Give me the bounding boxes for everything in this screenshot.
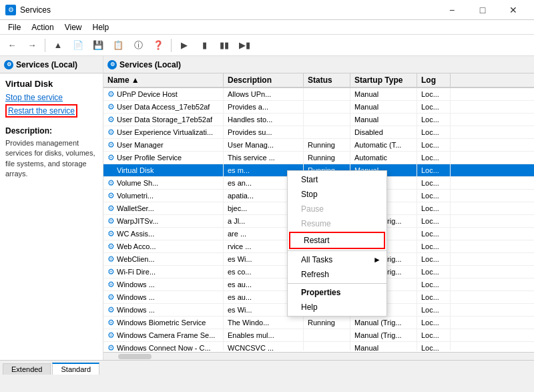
cell-name: ⚙ Web Acco... [103, 240, 224, 252]
cell-name: ⚙ Windows Biometric Service [103, 317, 224, 329]
cell-log: Loc... [417, 240, 451, 252]
ctx-item-properties[interactable]: Properties [288, 285, 386, 300]
horizontal-scrollbar[interactable] [103, 352, 534, 360]
service-icon: ⚙ [107, 166, 115, 175]
service-icon: ⚙ [107, 178, 115, 188]
sidebar-desc-text: Provides management services for disks, … [5, 138, 97, 180]
toolbar-import[interactable]: 📋 [109, 37, 127, 54]
cell-startup: Manual (Trig... [350, 329, 417, 341]
col-description[interactable]: Description [224, 73, 304, 87]
ctx-item-restart[interactable]: Restart [289, 232, 385, 249]
toolbar-back[interactable]: ← [3, 37, 21, 54]
cell-log: Loc... [417, 329, 451, 341]
col-startup[interactable]: Startup Type [350, 73, 417, 87]
cell-name: ⚙ Wi-Fi Dire... [103, 266, 224, 278]
toolbar-up[interactable]: ▲ [49, 37, 67, 54]
menu-file[interactable]: File [3, 20, 26, 35]
cell-desc: This service ... [224, 152, 304, 164]
table-row[interactable]: ⚙ User Data Access_17eb52af Provides a..… [103, 101, 534, 114]
table-row[interactable]: ⚙ Windows Biometric Service The Windo...… [103, 317, 534, 329]
cell-startup: Automatic [350, 152, 417, 164]
cell-status [304, 101, 350, 113]
toolbar-pause[interactable]: ▮▮ [215, 37, 234, 54]
ctx-item-help[interactable]: Help [288, 300, 386, 315]
close-button[interactable]: ✕ [498, 0, 529, 20]
cell-name: ⚙ UPnP Device Host [103, 88, 224, 100]
cell-log: Loc... [417, 266, 451, 278]
table-row[interactable]: ⚙ User Profile Service This service ... … [103, 152, 534, 164]
toolbar-props[interactable]: ⓘ [129, 37, 148, 54]
toolbar-start[interactable]: ▶ [175, 37, 194, 54]
ctx-item-refresh[interactable]: Refresh [288, 267, 386, 282]
toolbar-restart[interactable]: ▶▮ [235, 37, 254, 54]
cell-status [304, 126, 350, 138]
table-row[interactable]: ⚙ User Experience Virtualizati... Provid… [103, 126, 534, 139]
cell-status [304, 114, 350, 126]
table-row[interactable]: ⚙ UPnP Device Host Allows UPn... Manual … [103, 88, 534, 101]
cell-log: Loc... [417, 139, 451, 151]
cell-log: Loc... [417, 202, 451, 214]
service-icon: ⚙ [107, 318, 115, 327]
ctx-item-stop[interactable]: Stop [288, 187, 386, 202]
service-icon: ⚙ [107, 242, 115, 251]
stop-service-link[interactable]: Stop the service [5, 93, 97, 102]
menu-bar: File Action View Help [0, 20, 534, 35]
cell-desc: The Windo... [224, 317, 304, 329]
service-icon: ⚙ [107, 89, 115, 99]
menu-view[interactable]: View [59, 20, 87, 35]
col-log[interactable]: Log [417, 73, 451, 87]
cell-name: ⚙ User Manager [103, 139, 224, 151]
cell-log: Loc... [417, 304, 451, 316]
restart-service-link[interactable]: Restart the service [5, 104, 77, 118]
service-icon: ⚙ [107, 140, 115, 150]
cell-startup: Manual [350, 101, 417, 113]
cell-status [304, 88, 350, 100]
services-header-text: Services (Local) [119, 60, 181, 69]
table-row[interactable]: ⚙ Windows Connect Now - C... WCNCSVC ...… [103, 342, 534, 351]
sidebar-desc-label: Description: [5, 126, 97, 136]
toolbar-forward[interactable]: → [23, 37, 41, 54]
cell-log: Loc... [417, 152, 451, 164]
service-icon: ⚙ [107, 267, 115, 276]
cell-desc: Provides a... [224, 101, 304, 113]
cell-name: ⚙ WarpJITSv... [103, 215, 224, 227]
h-scroll-thumb[interactable] [118, 354, 152, 359]
cell-log: Loc... [417, 317, 451, 329]
toolbar-help[interactable]: ❓ [149, 37, 168, 54]
ctx-item-pause: Pause [288, 202, 386, 216]
main-layout: ⚙ Services (Local) Virtual Disk Stop the… [0, 56, 534, 360]
minimize-button[interactable]: − [437, 0, 467, 20]
col-name[interactable]: Name ▲ [103, 73, 224, 87]
table-row[interactable]: ⚙ User Manager User Manag... Running Aut… [103, 139, 534, 152]
cell-log: Loc... [417, 291, 451, 303]
sidebar-header-text: Services (Local) [16, 60, 77, 69]
maximize-button[interactable]: □ [467, 0, 498, 20]
toolbar-sep1 [45, 39, 45, 52]
window-controls: − □ ✕ [437, 0, 529, 20]
cell-desc: Allows UPn... [224, 88, 304, 100]
table-row[interactable]: ⚙ Windows Camera Frame Se... Enables mul… [103, 329, 534, 342]
ctx-item-start[interactable]: Start [288, 172, 386, 187]
cell-name: ⚙ User Data Storage_17eb52af [103, 114, 224, 126]
col-status[interactable]: Status [304, 73, 350, 87]
toolbar-export[interactable]: 💾 [89, 37, 107, 54]
cell-status [304, 329, 350, 341]
service-icon: ⚙ [107, 229, 115, 238]
services-header-bar: ⚙ Services (Local) [103, 56, 534, 73]
sidebar-header-icon: ⚙ [4, 60, 13, 69]
service-icon: ⚙ [107, 204, 115, 213]
sidebar-service-name: Virtual Disk [5, 79, 97, 89]
bottom-tabs: Extended Standard [0, 360, 534, 375]
tab-standard[interactable]: Standard [52, 363, 99, 375]
toolbar-map[interactable]: 📄 [69, 37, 87, 54]
service-icon: ⚙ [107, 254, 115, 264]
ctx-item-all-tasks[interactable]: All Tasks ► [288, 252, 386, 267]
tab-extended[interactable]: Extended [3, 363, 51, 375]
sidebar: ⚙ Services (Local) Virtual Disk Stop the… [0, 56, 103, 360]
menu-help[interactable]: Help [87, 20, 115, 35]
cell-startup: Manual [350, 342, 417, 351]
table-row[interactable]: ⚙ User Data Storage_17eb52af Handles sto… [103, 114, 534, 126]
menu-action[interactable]: Action [26, 20, 59, 35]
cell-startup: Manual [350, 88, 417, 100]
toolbar-stop[interactable]: ▮ [195, 37, 214, 54]
